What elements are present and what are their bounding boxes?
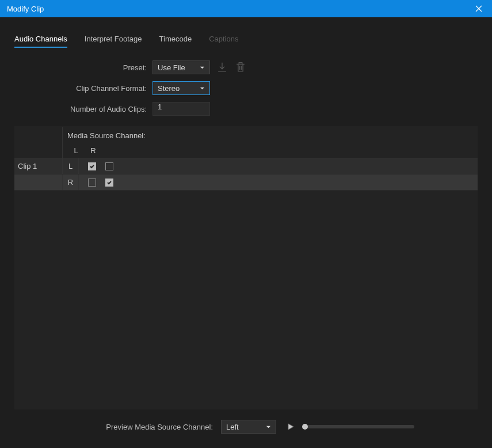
tab-bar: Audio Channels Interpret Footage Timecod…	[14, 35, 478, 48]
play-icon	[287, 423, 295, 431]
col-r-label: R	[85, 143, 102, 158]
checkbox-clip1-r-r[interactable]	[105, 179, 113, 187]
preview-slider[interactable]	[305, 425, 414, 428]
row-checks	[79, 158, 478, 174]
tab-audio-channels[interactable]: Audio Channels	[14, 35, 67, 48]
table-header-row: Media Source Channel:	[14, 126, 478, 143]
dialog-body: Audio Channels Interpret Footage Timecod…	[0, 17, 492, 445]
format-row: Clip Channel Format: Stereo	[14, 81, 478, 95]
clip-name: Clip 1	[14, 158, 63, 174]
col-l-label: L	[67, 143, 85, 158]
download-icon	[216, 61, 228, 74]
slider-knob[interactable]	[302, 424, 308, 430]
numclips-row: Number of Audio Clips: 1	[14, 102, 478, 116]
title-bar: Modify Clip	[0, 0, 492, 17]
chevron-down-icon	[200, 84, 205, 93]
channel-table: Media Source Channel: L R Clip 1 L R	[14, 126, 478, 409]
preset-dropdown[interactable]: Use File	[152, 60, 210, 74]
save-preset-button[interactable]	[216, 61, 228, 74]
table-subheader-row: L R	[14, 143, 478, 158]
play-button[interactable]	[284, 420, 297, 433]
clipname-header-cell	[14, 127, 63, 143]
clipname-subheader-cell	[14, 143, 63, 158]
checkbox-clip1-l-r[interactable]	[105, 162, 113, 170]
row-checks	[79, 174, 478, 190]
chevron-down-icon	[266, 423, 271, 431]
preset-row: Preset: Use File	[14, 60, 478, 74]
preview-label: Preview Media Source Channel:	[14, 423, 213, 431]
tab-timecode[interactable]: Timecode	[159, 35, 192, 48]
window-title: Modify Clip	[7, 5, 44, 13]
checkbox-clip1-r-l[interactable]	[88, 179, 96, 187]
row-channel-l: L	[63, 158, 79, 174]
format-label: Clip Channel Format:	[14, 84, 147, 93]
form-area: Preset: Use File Clip Channel Format: St…	[14, 60, 478, 116]
row-channel-r: R	[63, 174, 79, 190]
clip-name-empty	[14, 174, 63, 190]
close-button[interactable]	[466, 0, 492, 17]
source-header: Media Source Channel:	[63, 127, 478, 143]
footer-row: Preview Media Source Channel: Left	[14, 409, 478, 434]
source-subheader: L R	[63, 143, 478, 158]
delete-preset-button[interactable]	[234, 61, 247, 74]
table-row: Clip 1 L	[14, 158, 478, 174]
close-icon	[475, 5, 482, 12]
format-value: Stereo	[158, 84, 180, 93]
preset-label: Preset:	[14, 63, 147, 72]
tab-interpret-footage[interactable]: Interpret Footage	[85, 35, 142, 48]
preview-dropdown[interactable]: Left	[221, 420, 276, 434]
table-row: R	[14, 174, 478, 191]
numclips-label: Number of Audio Clips:	[14, 105, 147, 113]
chevron-down-icon	[200, 63, 205, 72]
preview-value: Left	[226, 423, 239, 431]
numclips-input[interactable]: 1	[152, 102, 210, 116]
trash-icon	[234, 61, 247, 74]
preset-value: Use File	[158, 63, 185, 72]
format-dropdown[interactable]: Stereo	[152, 81, 210, 95]
checkbox-clip1-l-l[interactable]	[88, 162, 96, 170]
tab-captions: Captions	[209, 35, 238, 48]
